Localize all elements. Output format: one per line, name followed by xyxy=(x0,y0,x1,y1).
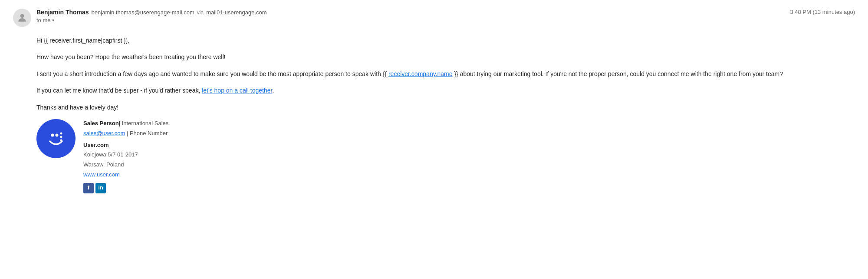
paragraph-call: If you can let me know that'd be super -… xyxy=(36,86,855,95)
svg-point-4 xyxy=(60,136,62,138)
sig-address-line2: Warsaw, Poland xyxy=(83,160,168,169)
sig-name-title: Sales Person| International Sales xyxy=(83,119,168,128)
call-link[interactable]: let's hop on a call together xyxy=(202,87,272,94)
sender-name: Benjamin Thomas xyxy=(36,9,89,16)
svg-point-3 xyxy=(60,132,62,134)
sig-phone: Phone Number xyxy=(130,130,168,136)
sig-email-link[interactable]: sales@user.com xyxy=(83,130,125,136)
sender-email: benjamin.thomas@userengage-mail.com xyxy=(92,9,194,16)
email-signature: Sales Person| International Sales sales@… xyxy=(36,119,855,193)
dropdown-arrow-icon: ▾ xyxy=(52,18,54,23)
greeting-text: Hi {{ receiver.first_name|capfirst }}, xyxy=(36,37,130,44)
via-label: via xyxy=(197,10,204,16)
email-body: Hi {{ receiver.first_name|capfirst }}, H… xyxy=(13,36,855,193)
facebook-icon[interactable]: f xyxy=(83,183,94,193)
linkedin-icon[interactable]: in xyxy=(95,183,106,193)
closing-paragraph: Thanks and have a lovely day! xyxy=(36,103,855,112)
email-timestamp: 3:48 PM (13 minutes ago) xyxy=(790,9,855,15)
sig-address-line1: Kolejowa 5/7 01-2017 xyxy=(83,150,168,159)
company-name-link[interactable]: receiver.company.name xyxy=(388,70,453,77)
company-logo xyxy=(36,119,76,158)
social-icons: f in xyxy=(83,183,168,193)
svg-point-0 xyxy=(20,14,24,18)
sig-website-link[interactable]: www.user.com xyxy=(83,170,168,179)
to-me[interactable]: to me ▾ xyxy=(36,17,267,23)
svg-point-2 xyxy=(56,133,59,136)
avatar xyxy=(13,9,31,27)
paragraph-weather: How have you been? Hope the weather's be… xyxy=(36,52,855,62)
sig-contact: sales@user.com | Phone Number xyxy=(83,129,168,138)
signature-details: Sales Person| International Sales sales@… xyxy=(83,119,168,193)
paragraph-intro: I sent you a short introduction a few da… xyxy=(36,69,855,79)
svg-point-1 xyxy=(51,133,54,136)
greeting-paragraph: Hi {{ receiver.first_name|capfirst }}, xyxy=(36,36,855,45)
via-domain: mail01-userengage.com xyxy=(206,9,266,16)
email-header: Benjamin Thomas benjamin.thomas@userenga… xyxy=(13,9,855,27)
sender-info: Benjamin Thomas benjamin.thomas@userenga… xyxy=(13,9,267,27)
sender-details: Benjamin Thomas benjamin.thomas@userenga… xyxy=(36,9,267,23)
sig-company-name: User.com xyxy=(83,141,168,150)
